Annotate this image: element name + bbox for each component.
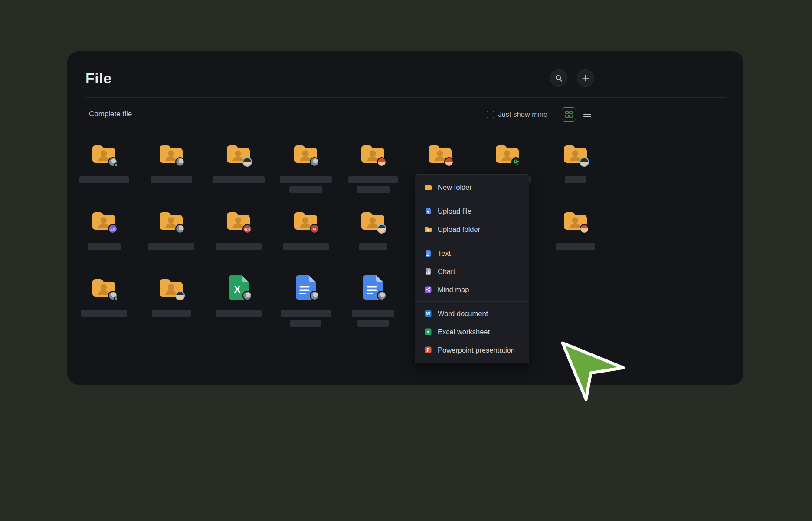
filename-placeholder	[216, 310, 262, 317]
svg-text:W: W	[426, 311, 430, 316]
filename-placeholder	[359, 243, 387, 250]
menu-item-upload-folder[interactable]: Upload folder	[415, 220, 529, 238]
doc-item[interactable]	[292, 274, 320, 301]
menu-item-mind-map[interactable]: Mind map	[415, 280, 529, 299]
file-upload-icon	[424, 207, 432, 215]
desktop-background: File Complete fi	[0, 0, 812, 521]
filename-placeholder	[148, 243, 194, 250]
folder-item[interactable]	[494, 140, 521, 168]
filename-placeholder	[216, 243, 262, 250]
filename-placeholder	[357, 320, 389, 327]
online-status-dot	[114, 297, 118, 301]
filename-placeholder	[152, 310, 191, 317]
filename-placeholder	[213, 176, 265, 183]
folder-icon	[424, 183, 432, 191]
member-avatar-badge	[444, 157, 454, 167]
menu-item-new-folder[interactable]: New folder	[415, 178, 529, 196]
menu-item-powerpoint-presentation[interactable]: PPowerpoint presentation	[415, 341, 529, 359]
mindmap-file-icon	[424, 285, 432, 294]
menu-item-text[interactable]: Text	[415, 244, 529, 262]
filename-placeholder	[88, 243, 121, 250]
member-avatar-badge	[175, 291, 185, 300]
menu-divider	[415, 241, 529, 241]
create-menu: New folderUpload fileUpload folderTextCh…	[415, 174, 529, 363]
menu-item-label: Upload file	[438, 207, 471, 215]
filename-placeholder	[79, 176, 129, 183]
green-arrow-cursor-icon	[561, 341, 627, 403]
member-avatar-badge	[175, 157, 185, 167]
filename-placeholder	[280, 176, 332, 183]
menu-item-label: Chart	[438, 267, 455, 276]
menu-divider	[415, 199, 529, 199]
svg-text:x: x	[427, 329, 429, 334]
filename-placeholder	[357, 186, 390, 193]
ppt-icon: P	[424, 346, 432, 354]
member-avatar-badge	[377, 291, 386, 300]
menu-item-label: Word document	[438, 310, 488, 318]
menu-item-chart[interactable]: Chart	[415, 262, 529, 280]
menu-item-word-document[interactable]: WWord document	[415, 304, 529, 323]
member-avatar-badge	[310, 291, 319, 300]
excel-icon: x	[424, 327, 432, 336]
filename-placeholder	[283, 243, 329, 250]
folder-item[interactable]: 视短	[225, 207, 252, 234]
menu-item-excel-worksheet[interactable]: xExcel worksheet	[415, 323, 529, 341]
member-avatar-badge: 志程	[108, 224, 118, 234]
svg-text:X: X	[234, 284, 241, 295]
member-avatar-badge	[242, 157, 252, 167]
folder-item[interactable]	[90, 140, 118, 168]
chart-file-icon	[424, 267, 432, 276]
share-member-badge	[511, 157, 521, 167]
filename-placeholder	[289, 186, 322, 193]
folder-item[interactable]	[157, 140, 185, 168]
folder-item[interactable]	[359, 140, 387, 168]
member-avatar-badge	[175, 224, 185, 234]
svg-text:P: P	[427, 348, 430, 353]
member-avatar-badge	[310, 157, 319, 167]
excel-item[interactable]: X	[225, 274, 252, 301]
menu-item-label: Text	[438, 249, 451, 257]
doc-item[interactable]	[359, 274, 387, 301]
folder-item[interactable]: 志程	[90, 207, 118, 234]
filename-placeholder	[81, 310, 127, 317]
file-app-window: File Complete fi	[67, 51, 743, 385]
member-avatar-badge	[580, 157, 589, 167]
filename-placeholder	[348, 176, 398, 183]
folder-item[interactable]	[426, 140, 454, 168]
folder-item[interactable]	[292, 140, 320, 168]
member-avatar-badge	[242, 291, 252, 300]
word-icon: W	[424, 309, 432, 318]
filename-placeholder	[565, 176, 586, 183]
menu-item-label: Powerpoint presentation	[438, 346, 515, 354]
filename-placeholder	[556, 243, 595, 250]
menu-divider	[415, 301, 529, 302]
menu-item-label: Excel worksheet	[438, 328, 490, 336]
folder-item[interactable]	[562, 207, 589, 234]
member-avatar-badge	[580, 224, 589, 234]
member-avatar-badge: 视短	[242, 224, 252, 234]
member-avatar-badge: LI	[310, 224, 319, 234]
folder-upload-icon	[424, 225, 432, 234]
member-avatar-badge	[108, 157, 118, 167]
menu-item-label: Mind map	[438, 286, 469, 294]
filename-placeholder	[281, 310, 331, 317]
folder-item[interactable]	[562, 140, 589, 168]
folder-item[interactable]	[90, 274, 118, 301]
text-file-icon	[424, 249, 432, 257]
menu-item-label: New folder	[438, 183, 472, 191]
member-avatar-badge	[377, 157, 386, 167]
folder-item[interactable]	[157, 207, 185, 234]
filename-placeholder	[352, 310, 394, 317]
filename-placeholder	[151, 176, 192, 183]
folder-item[interactable]: LI	[292, 207, 320, 234]
menu-item-upload-file[interactable]: Upload file	[415, 202, 529, 220]
member-avatar-badge	[108, 291, 118, 300]
menu-item-label: Upload folder	[438, 225, 480, 234]
member-avatar-badge	[377, 224, 386, 234]
filename-placeholder	[290, 320, 321, 327]
folder-item[interactable]	[225, 140, 252, 168]
folder-item[interactable]	[157, 274, 185, 301]
online-status-dot	[114, 163, 118, 167]
file-grid: 志程视短LIX	[67, 51, 743, 385]
folder-item[interactable]	[359, 207, 387, 234]
